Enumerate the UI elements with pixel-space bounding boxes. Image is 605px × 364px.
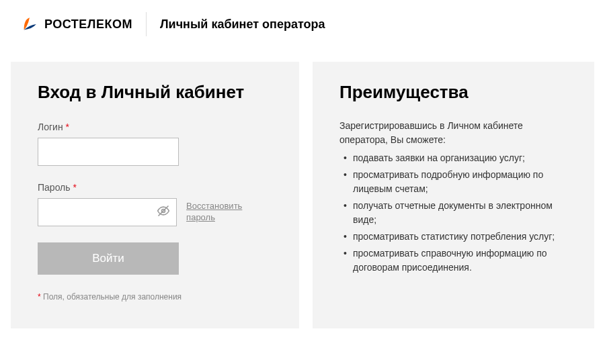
header: РОСТЕЛЕКОМ Личный кабинет оператора <box>0 0 605 48</box>
list-item: подавать заявки на организацию услуг; <box>344 151 567 165</box>
brand-name: РОСТЕЛЕКОМ <box>44 17 132 32</box>
list-item: просматривать статистику потребления усл… <box>344 230 567 244</box>
login-panel: Вход в Личный кабинет Логин * Пароль * <box>11 62 299 328</box>
logo: РОСТЕЛЕКОМ <box>20 15 132 34</box>
footnote: * Поля, обязательные для заполнения <box>38 292 272 302</box>
forgot-password-link[interactable]: Восстановить пароль <box>186 201 272 224</box>
header-divider <box>146 12 147 36</box>
login-title: Вход в Личный кабинет <box>38 82 272 103</box>
benefits-title: Преимущества <box>339 82 567 103</box>
header-subtitle: Личный кабинет оператора <box>160 17 325 32</box>
required-marker: * <box>73 182 76 193</box>
benefits-list: подавать заявки на организацию услуг; пр… <box>339 151 567 275</box>
password-input[interactable] <box>38 198 177 226</box>
list-item: получать отчетные документы в электронно… <box>344 199 567 227</box>
login-button[interactable]: Войти <box>38 242 179 275</box>
list-item: просматривать справочную информацию по д… <box>344 246 567 275</box>
content: Вход в Личный кабинет Логин * Пароль * <box>0 48 605 328</box>
required-marker: * <box>66 122 69 132</box>
benefits-panel: Преимущества Зарегистрировавшись в Лично… <box>313 62 594 328</box>
eye-off-icon[interactable] <box>157 204 170 220</box>
password-label: Пароль * <box>38 182 272 193</box>
login-label: Логин * <box>38 122 272 132</box>
login-input[interactable] <box>38 138 179 166</box>
login-field-block: Логин * <box>38 122 272 166</box>
password-field-block: Пароль * Восстановить пароль <box>38 182 272 226</box>
rostelecom-logo-icon <box>20 15 39 34</box>
list-item: просматривать подробную информацию по ли… <box>344 168 567 196</box>
benefits-intro: Зарегистрировавшись в Личном кабинете оп… <box>339 119 567 147</box>
